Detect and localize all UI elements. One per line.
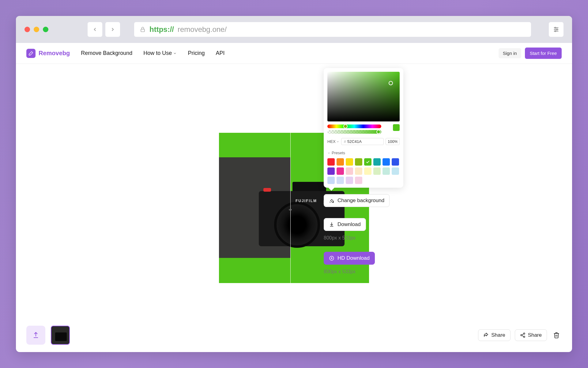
preset-swatch[interactable] [337, 167, 344, 175]
hue-handle[interactable] [343, 124, 348, 128]
preset-swatch[interactable] [392, 167, 399, 175]
alpha-slider[interactable] [327, 130, 381, 134]
lock-icon [140, 26, 146, 33]
sign-in-button[interactable]: Sign in [499, 48, 521, 58]
preset-swatch[interactable] [337, 177, 344, 184]
preset-swatch[interactable] [355, 177, 362, 184]
svg-line-14 [522, 334, 523, 335]
preset-swatch[interactable] [364, 158, 371, 166]
sv-cursor[interactable] [389, 81, 393, 85]
share-label-2: Share [528, 332, 542, 338]
share-arrow-icon [483, 332, 489, 338]
download-button[interactable]: Download [324, 218, 366, 231]
camera-illustration [274, 202, 320, 248]
nav-how-to-use[interactable]: How to Use [143, 50, 177, 56]
camera-illustration [263, 188, 271, 192]
preset-swatch[interactable] [373, 158, 381, 166]
color-mode-selector[interactable]: HEX [327, 139, 339, 144]
change-background-button[interactable]: Change background [324, 194, 390, 207]
close-window-button[interactable] [24, 27, 30, 32]
hd-download-icon [329, 255, 334, 261]
preset-swatch[interactable] [383, 158, 390, 166]
back-button[interactable] [88, 22, 102, 37]
preset-swatch[interactable] [383, 167, 390, 175]
preset-swatch[interactable] [346, 167, 353, 175]
saturation-value-picker[interactable] [327, 72, 400, 121]
browser-settings-button[interactable] [549, 22, 564, 37]
traffic-lights [24, 27, 48, 32]
hue-row [327, 121, 400, 134]
address-bar[interactable]: https://removebg.one/ [134, 22, 531, 37]
forward-button[interactable] [105, 22, 120, 37]
chevron-down-icon [327, 151, 330, 155]
logo[interactable]: Removebg [26, 49, 70, 58]
trash-icon [553, 332, 560, 339]
chevron-down-icon [336, 140, 339, 143]
presets-grid [327, 158, 400, 184]
preset-swatch[interactable] [346, 158, 353, 166]
hex-row: HEX # [327, 138, 400, 145]
side-actions: Change background Download 800px x 533px… [324, 194, 390, 274]
preset-swatch[interactable] [337, 158, 344, 166]
preset-swatch[interactable] [327, 177, 335, 184]
hd-download-button[interactable]: HD Download [324, 252, 375, 265]
upload-button[interactable] [26, 326, 45, 345]
alpha-input[interactable] [386, 138, 400, 145]
svg-line-15 [522, 335, 523, 336]
chevron-down-icon [173, 52, 177, 55]
compare-slider-handle[interactable]: ‹ › [287, 206, 294, 213]
share-nodes-icon [520, 332, 526, 338]
minimize-window-button[interactable] [34, 27, 39, 32]
browser-chrome: https://removebg.one/ [16, 16, 572, 43]
nav-pricing[interactable]: Pricing [188, 50, 205, 56]
nav-remove-background[interactable]: Remove Background [81, 50, 132, 56]
maximize-window-button[interactable] [43, 27, 48, 32]
share-button-1[interactable]: Share [478, 329, 510, 341]
svg-point-12 [521, 335, 522, 336]
bottom-bar: Share Share [16, 318, 572, 352]
hex-input-wrap: # [341, 138, 384, 145]
download-icon [329, 222, 334, 227]
preset-swatch[interactable] [373, 167, 381, 175]
svg-point-13 [523, 336, 525, 338]
current-color-swatch [393, 124, 400, 131]
presets-label: Presets [332, 151, 345, 155]
canvas-area: FUJIFILM X-T3 ‹ › [16, 64, 572, 352]
color-picker-panel: HEX # Presets [324, 68, 403, 188]
svg-rect-0 [141, 29, 145, 32]
main-area: FUJIFILM X-T3 ‹ › [16, 64, 572, 352]
preset-swatch[interactable] [364, 167, 371, 175]
svg-point-11 [523, 333, 525, 335]
alpha-handle[interactable] [376, 130, 381, 134]
preset-swatch[interactable] [355, 158, 362, 166]
app-header: Removebg Remove Background How to Use Pr… [16, 43, 572, 64]
hd-download-label: HD Download [337, 255, 370, 261]
hex-input[interactable] [347, 139, 381, 144]
start-for-free-button[interactable]: Start for Free [525, 48, 562, 59]
url-protocol: https:// [149, 25, 174, 34]
nav-api[interactable]: API [216, 50, 224, 56]
svg-point-6 [555, 31, 556, 32]
svg-point-7 [333, 202, 334, 202]
upload-icon [32, 332, 40, 339]
preset-swatch[interactable] [327, 158, 335, 166]
hue-slider[interactable] [327, 125, 381, 128]
preset-swatch[interactable] [346, 177, 353, 184]
preset-swatch[interactable] [355, 167, 362, 175]
image-thumbnail[interactable] [51, 326, 70, 345]
nav-buttons [88, 22, 120, 37]
share-label-1: Share [491, 332, 505, 338]
header-right: Sign in Start for Free [499, 48, 562, 59]
change-background-label: Change background [337, 197, 384, 204]
download-label: Download [337, 221, 361, 228]
presets-toggle[interactable]: Presets [327, 151, 400, 155]
share-button-2[interactable]: Share [515, 329, 547, 341]
preset-swatch[interactable] [392, 158, 399, 166]
url-domain: removebg.one/ [178, 25, 227, 34]
preset-swatch[interactable] [327, 167, 335, 175]
brand-text: Removebg [39, 50, 70, 57]
svg-point-2 [555, 27, 556, 29]
browser-window: https://removebg.one/ Removebg Remove Ba… [16, 16, 572, 352]
color-mode-label: HEX [327, 139, 336, 144]
delete-button[interactable] [551, 330, 562, 340]
